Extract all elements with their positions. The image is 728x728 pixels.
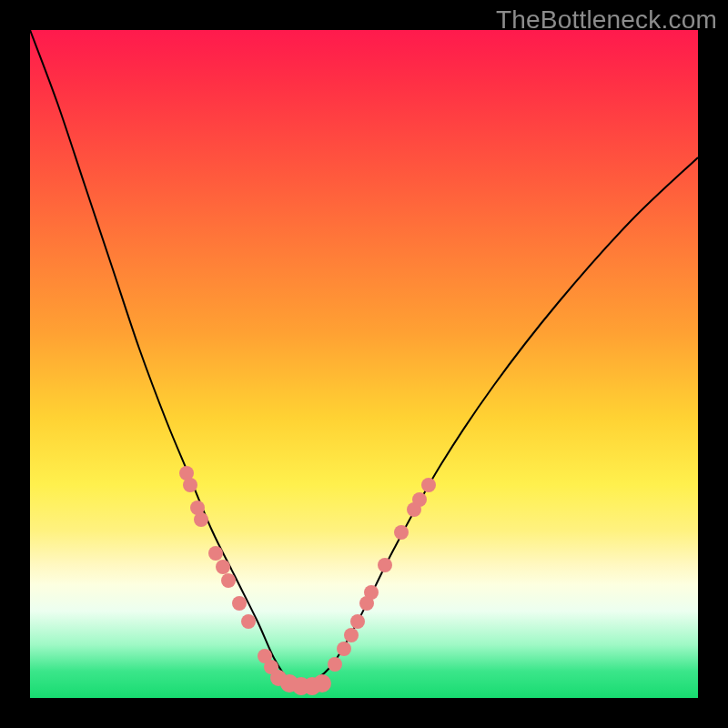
curve-svg	[30, 30, 698, 698]
data-point	[394, 525, 409, 540]
data-points	[179, 466, 436, 695]
data-point	[208, 546, 223, 561]
data-point	[378, 558, 392, 572]
data-point	[232, 596, 247, 611]
data-point	[313, 674, 331, 693]
data-point	[183, 478, 197, 492]
chart-frame: TheBottleneck.com	[0, 0, 728, 728]
data-point	[328, 657, 342, 672]
plot-area	[30, 30, 698, 698]
data-point	[350, 614, 365, 629]
data-point	[194, 512, 208, 527]
data-point	[241, 614, 256, 629]
data-point	[344, 628, 359, 642]
data-point	[421, 478, 436, 492]
data-point	[364, 585, 379, 600]
data-point	[337, 642, 351, 656]
bottleneck-curve	[30, 30, 698, 686]
watermark-text: TheBottleneck.com	[496, 5, 717, 35]
data-point	[412, 492, 427, 507]
data-point	[216, 560, 230, 574]
data-point	[221, 573, 236, 588]
